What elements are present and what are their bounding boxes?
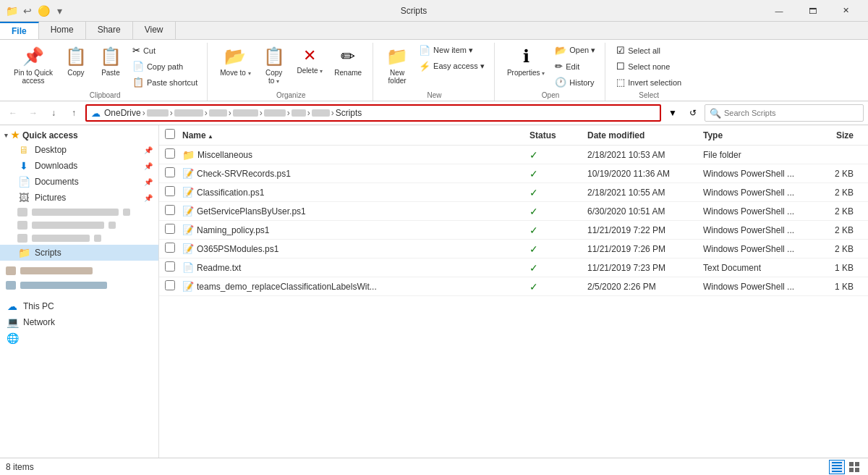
- table-row[interactable]: 📝 O365PSModules.ps1 ✓ 11/21/2019 7:26 PM…: [159, 240, 868, 258]
- cut-label: Cut: [143, 46, 156, 55]
- table-row[interactable]: 📄 Readme.txt ✓ 11/21/2019 7:23 PM Text D…: [159, 258, 868, 277]
- sidebar-item-desktop[interactable]: 🖥 Desktop 📌: [0, 142, 158, 158]
- ribbon-group-clipboard: 📌 Pin to Quickaccess 📋 Copy 📋 Paste ✂ Cu…: [3, 43, 208, 101]
- table-row[interactable]: 📝 Naming_policy.ps1 ✓ 11/21/2019 7:22 PM…: [159, 221, 868, 240]
- invert-selection-button[interactable]: ⬚ Invert selection: [613, 75, 685, 90]
- table-row[interactable]: 📝 Classification.ps1 ✓ 2/18/2021 10:55 A…: [159, 183, 868, 202]
- tab-home[interactable]: Home: [39, 22, 86, 39]
- taskbar-icon[interactable]: 🟡: [38, 5, 49, 17]
- edit-button[interactable]: ✏ Edit: [551, 59, 599, 74]
- sidebar-item-scripts[interactable]: 📁 Scripts: [0, 245, 158, 261]
- file-size-4: 2 KB: [819, 206, 862, 217]
- this-pc-label: Network: [23, 317, 153, 327]
- recent-locations-button[interactable]: ↓: [45, 104, 62, 122]
- file-size-2: 2 KB: [819, 169, 862, 179]
- paste-shortcut-button[interactable]: 📋 Paste shortcut: [129, 75, 201, 90]
- new-item-button[interactable]: 📄 New item ▾: [415, 43, 488, 58]
- back-history-icon[interactable]: ↩: [22, 5, 33, 17]
- row-checkbox-7[interactable]: [165, 261, 182, 274]
- forward-button[interactable]: →: [25, 104, 42, 122]
- path-separator-1: ›: [142, 108, 145, 118]
- header-size[interactable]: Size: [819, 130, 862, 140]
- sidebar-item-this-pc[interactable]: 💻 Network: [0, 314, 158, 330]
- sidebar-item-onedrive[interactable]: ☁ This PC: [0, 298, 158, 314]
- tab-view[interactable]: View: [133, 22, 176, 39]
- up-button[interactable]: ↑: [65, 104, 82, 122]
- cut-button[interactable]: ✂ Cut: [129, 43, 201, 58]
- row-checkbox-8[interactable]: [165, 280, 182, 293]
- file-date-8: 2/5/2020 2:26 PM: [587, 282, 703, 292]
- move-to-button[interactable]: 📂 Move to ▾: [215, 43, 255, 80]
- delete-button[interactable]: ✕ Delete ▾: [292, 43, 328, 78]
- easy-access-button[interactable]: ⚡ Easy access ▾: [415, 59, 488, 74]
- history-button[interactable]: 🕐 History: [551, 75, 599, 90]
- close-button[interactable]: ✕: [829, 0, 862, 22]
- large-icons-button[interactable]: [846, 460, 862, 474]
- sidebar-blurred-section-2: [0, 278, 158, 293]
- table-row[interactable]: 📝 Check-SRVRecords.ps1 ✓ 10/19/2020 11:3…: [159, 164, 868, 183]
- table-row[interactable]: 📝 GetServicePlansByUser.ps1 ✓ 6/30/2020 …: [159, 202, 868, 221]
- sidebar-item-documents[interactable]: 📄 Documents 📌: [0, 174, 158, 190]
- copy-button[interactable]: 📋 Copy: [59, 43, 93, 80]
- path-blurred-1: [147, 109, 169, 117]
- file-type-8: Windows PowerShell ...: [703, 282, 819, 292]
- back-button[interactable]: ←: [4, 104, 22, 122]
- tab-share[interactable]: Share: [86, 22, 133, 39]
- minimize-button[interactable]: —: [762, 0, 796, 22]
- quick-access-header[interactable]: ▾ ★ Quick access: [0, 128, 158, 142]
- table-row[interactable]: 📁 Miscellaneous ✓ 2/18/2021 10:53 AM Fil…: [159, 146, 868, 164]
- properties-button[interactable]: ℹ Properties ▾: [502, 43, 550, 80]
- organize-label: Organize: [276, 91, 306, 99]
- sidebar: ▾ ★ Quick access 🖥 Desktop 📌 ⬇ Downloads…: [0, 125, 159, 458]
- paste-icon: 📋: [100, 46, 122, 67]
- title-bar: 📁 ↩ 🟡 ▾ Scripts — 🗖 ✕: [0, 0, 868, 22]
- sidebar-blurred-section-1: [0, 264, 158, 278]
- file-name-7: 📄 Readme.txt: [182, 262, 529, 273]
- sidebar-item-network[interactable]: 🌐: [0, 330, 158, 346]
- ps1-file-icon-1: 📝: [182, 168, 194, 179]
- refresh-button[interactable]: ↺: [684, 104, 702, 122]
- row-checkbox-6[interactable]: [165, 243, 182, 255]
- select-all-button[interactable]: ☑ Select all: [613, 43, 685, 58]
- open-button[interactable]: 📂 Open ▾: [551, 43, 599, 58]
- header-date[interactable]: Date modified: [587, 130, 703, 140]
- sidebar-blurred-row-2: [0, 219, 158, 232]
- paste-button[interactable]: 📋 Paste: [94, 43, 127, 80]
- file-status-3: ✓: [529, 187, 587, 198]
- maximize-button[interactable]: 🗖: [796, 0, 829, 22]
- pin-to-quick-access-button[interactable]: 📌 Pin to Quickaccess: [9, 43, 58, 88]
- copy-path-button[interactable]: 📄 Copy path: [129, 59, 201, 74]
- dropdown-arrow-icon[interactable]: ▾: [54, 5, 65, 17]
- header-type[interactable]: Type: [703, 130, 819, 140]
- path-separator-7: ›: [307, 108, 310, 118]
- new-folder-button[interactable]: 📁 Newfolder: [380, 43, 414, 88]
- row-checkbox-4[interactable]: [165, 205, 182, 217]
- file-type-2: Windows PowerShell ...: [703, 169, 819, 179]
- search-input[interactable]: [724, 109, 859, 117]
- sidebar-item-downloads[interactable]: ⬇ Downloads 📌: [0, 158, 158, 174]
- header-status[interactable]: Status: [529, 130, 587, 140]
- details-view-button[interactable]: [829, 460, 845, 474]
- copy-to-button[interactable]: 📋 Copyto ▾: [258, 43, 291, 88]
- row-checkbox-3[interactable]: [165, 186, 182, 198]
- header-name[interactable]: Name: [182, 130, 529, 140]
- search-box[interactable]: 🔍: [705, 104, 864, 122]
- row-checkbox-5[interactable]: [165, 224, 182, 236]
- select-all-checkbox[interactable]: [165, 129, 175, 139]
- header-checkbox[interactable]: [165, 129, 182, 141]
- select-none-button[interactable]: ☐ Select none: [613, 59, 685, 74]
- row-checkbox-1[interactable]: [165, 148, 182, 161]
- pin-label: Pin to Quickaccess: [14, 69, 53, 85]
- row-checkbox-2[interactable]: [165, 167, 182, 180]
- ribbon-group-open: ℹ Properties ▾ 📂 Open ▾ ✏ Edit 🕐 History: [496, 43, 605, 101]
- tab-file[interactable]: File: [0, 22, 39, 39]
- status-bar: 8 items: [0, 458, 868, 475]
- path-blurred-4: [233, 109, 258, 117]
- delete-icon: ✕: [303, 46, 316, 65]
- address-dropdown-button[interactable]: ▼: [664, 104, 681, 122]
- address-path[interactable]: ☁ OneDrive › › › › › › › › Scripts: [85, 104, 661, 122]
- path-scripts: Scripts: [336, 108, 362, 118]
- table-row[interactable]: 📝 teams_demo_replaceClassificationLabels…: [159, 277, 868, 296]
- rename-button[interactable]: ✏ Rename: [329, 43, 367, 80]
- sidebar-item-pictures[interactable]: 🖼 Pictures 📌: [0, 190, 158, 206]
